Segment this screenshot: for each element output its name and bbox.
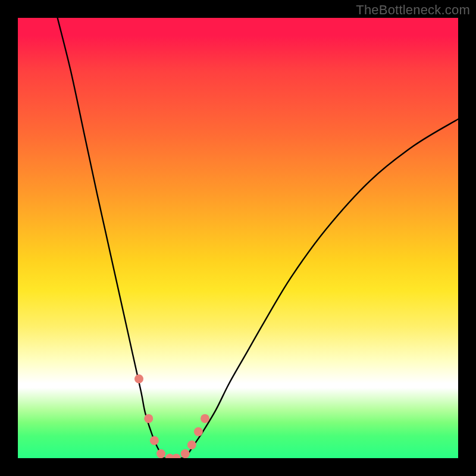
chart-stage: TheBottleneck.com [0, 0, 476, 476]
marker-dot [181, 449, 190, 458]
marker-dot [144, 414, 153, 423]
marker-dot [201, 414, 209, 423]
marker-dot [172, 454, 181, 459]
right-curve [185, 119, 458, 458]
curve-svg [18, 18, 458, 458]
marker-dot [156, 449, 165, 458]
marker-group [134, 374, 209, 458]
left-curve [58, 18, 164, 458]
plot-area [18, 18, 458, 458]
watermark-text: TheBottleneck.com [356, 2, 470, 18]
marker-dot [134, 374, 143, 383]
marker-dot [187, 440, 196, 449]
marker-dot [150, 436, 159, 445]
marker-dot [194, 427, 203, 436]
